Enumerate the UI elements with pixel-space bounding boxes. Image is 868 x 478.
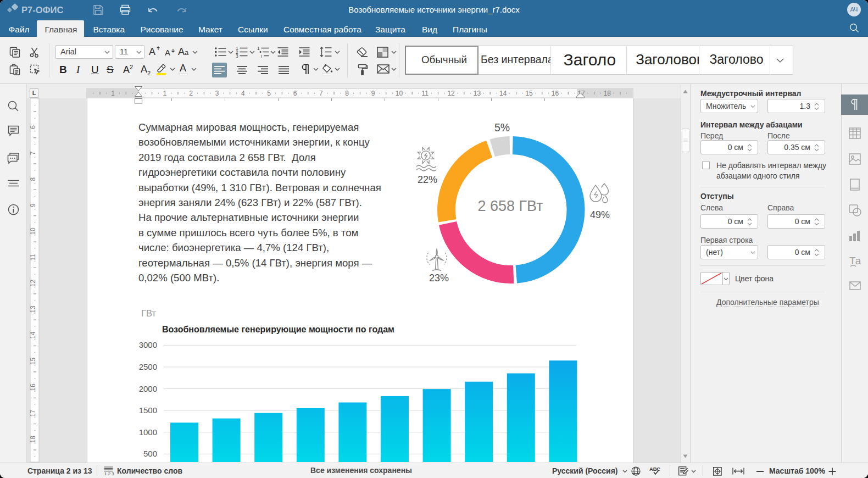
- svg-text:ГВт: ГВт: [141, 308, 156, 318]
- svg-text:16: 16: [29, 383, 37, 391]
- svg-text:АВС: АВС: [649, 466, 660, 472]
- svg-text:3000: 3000: [139, 340, 157, 349]
- svg-text:Та: Та: [849, 255, 861, 266]
- svg-text:14: 14: [499, 90, 507, 97]
- svg-text:12: 12: [447, 90, 455, 97]
- svg-text:8: 8: [29, 177, 37, 181]
- svg-text:18: 18: [604, 90, 611, 97]
- svg-text:500: 500: [143, 449, 157, 458]
- svg-text:15: 15: [525, 90, 533, 97]
- svg-text:23%: 23%: [429, 273, 449, 284]
- svg-text:10: 10: [29, 227, 37, 235]
- svg-text:5%: 5%: [494, 121, 510, 134]
- svg-text:49%: 49%: [590, 209, 610, 220]
- svg-text:1 2 3: 1 2 3: [104, 471, 114, 476]
- svg-text:3: 3: [215, 90, 219, 97]
- svg-text:9: 9: [371, 90, 375, 97]
- svg-text:1: 1: [257, 46, 260, 51]
- svg-text:1: 1: [163, 90, 167, 97]
- svg-text:6: 6: [29, 125, 37, 129]
- svg-text:2500: 2500: [139, 362, 157, 371]
- svg-text:14: 14: [29, 331, 37, 339]
- svg-text:10: 10: [396, 90, 403, 97]
- svg-text:13: 13: [474, 90, 481, 97]
- svg-text:18: 18: [29, 436, 37, 443]
- svg-text:11: 11: [29, 254, 37, 261]
- svg-text:16: 16: [552, 90, 559, 97]
- svg-text:8: 8: [345, 90, 349, 97]
- svg-text:2 658 ГВт: 2 658 ГВт: [477, 198, 543, 214]
- svg-text:1500: 1500: [139, 405, 157, 415]
- svg-text:9: 9: [29, 203, 37, 207]
- svg-text:1000: 1000: [139, 427, 157, 437]
- svg-text:3: 3: [236, 53, 238, 59]
- svg-text:7: 7: [319, 90, 323, 97]
- svg-text:15: 15: [29, 358, 37, 365]
- svg-text:Возобновляемые генерирующие мо: Возобновляемые генерирующие мощности по …: [162, 325, 394, 334]
- svg-text:12: 12: [29, 280, 37, 287]
- svg-text:2000: 2000: [139, 384, 157, 393]
- svg-text:i: i: [261, 53, 262, 59]
- svg-text:22%: 22%: [418, 174, 437, 185]
- svg-text:17: 17: [29, 409, 37, 417]
- svg-text:5: 5: [267, 90, 271, 97]
- svg-text:1: 1: [111, 90, 115, 97]
- svg-text:13: 13: [29, 305, 37, 313]
- svg-text:6: 6: [293, 90, 297, 97]
- svg-text:7: 7: [29, 151, 37, 155]
- svg-text:2: 2: [189, 90, 193, 97]
- svg-text:4: 4: [241, 90, 245, 97]
- svg-text:11: 11: [422, 90, 429, 97]
